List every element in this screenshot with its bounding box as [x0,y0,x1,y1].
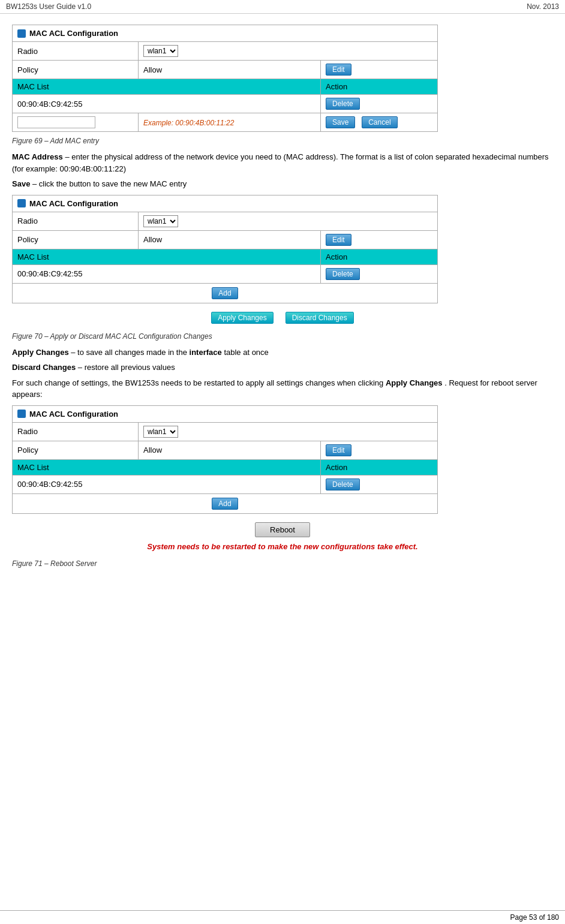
table3-mac-entry: 00:90:4B:C9:42:55 [13,475,321,493]
figure69-caption: Figure 69 – Add MAC entry [12,137,553,145]
table1-add-row: Example: 00:90:4B:00:11:22 Save Cancel [13,113,438,132]
table1-save-cancel-cell: Save Cancel [321,113,438,132]
table1-mac-list-header: MAC List [13,79,321,95]
table2-add-cell: Add [13,283,438,303]
mac-acl-table-1: MAC ACL Configuration Radio wlan1 Policy… [12,25,438,132]
table1-radio-label: Radio [13,42,139,61]
table1-policy-row: Policy Allow Edit [13,61,438,79]
para-discard-changes: Discard Changes – restore all previous v… [12,362,553,374]
para-mac-address: MAC Address – enter the physical address… [12,151,553,174]
save-bold: Save [12,179,30,188]
table2-title-icon [17,199,26,207]
para-discard-text: – restore all previous values [78,363,175,372]
para-save-text: – click the button to save the new MAC e… [32,179,187,188]
interface-bold: interface [190,348,222,357]
table3-radio-value-cell: wlan1 [139,422,438,441]
table2-edit-cell: Edit [321,230,438,249]
table3-action-header: Action [321,459,438,475]
table2-radio-select[interactable]: wlan1 [143,215,178,227]
table1-input-cell [13,113,139,132]
table1-edit-cell: Edit [321,61,438,79]
table3-policy-label: Policy [13,441,139,459]
table2-edit-button[interactable]: Edit [326,234,351,246]
table2-title-text: MAC ACL Configuration [29,199,118,208]
table3-policy-value: Allow [139,441,321,459]
table2-mac-entry-row: 00:90:4B:C9:42:55 Delete [13,264,438,283]
page-header: BW1253s User Guide v1.0 Nov. 2013 [0,0,565,14]
table1-policy-label: Policy [13,61,139,79]
table3-delete-cell: Delete [321,475,438,493]
table2-policy-value: Allow [139,230,321,249]
table2-action-header: Action [321,249,438,264]
reboot-button[interactable]: Reboot [255,522,310,537]
table2-delete-button[interactable]: Delete [326,268,360,280]
apply-discard-area: Apply Changes Discard Changes [12,312,553,324]
table1-delete-button[interactable]: Delete [326,98,360,110]
doc-date: Nov. 2013 [527,2,559,11]
table1-mac-input[interactable] [17,116,95,128]
table1-mac-entry-row: 00:90:4B:C9:42:55 Delete [13,95,438,113]
table3-policy-row: Policy Allow Edit [13,441,438,459]
table3-radio-row: Radio wlan1 [13,422,438,441]
table3-mac-entry-row: 00:90:4B:C9:42:55 Delete [13,475,438,493]
table3-title-row: MAC ACL Configuration [13,405,438,422]
reboot-area: Reboot System needs to be restarted to m… [12,522,553,551]
table2-add-button[interactable]: Add [212,287,238,299]
mac-acl-table-2: MAC ACL Configuration Radio wlan1 Policy… [12,195,438,303]
table2-title-row: MAC ACL Configuration [13,195,438,212]
mac-acl-table-3: MAC ACL Configuration Radio wlan1 Policy… [12,405,438,514]
page-footer: Page 53 of 180 [0,910,565,924]
table2-radio-value-cell: wlan1 [139,212,438,230]
apply-changes-bold: Apply Changes [12,348,69,357]
table3-title-cell: MAC ACL Configuration [13,405,438,422]
discard-changes-bold: Discard Changes [12,363,76,372]
table3-header-row: MAC List Action [13,459,438,475]
table3-title-icon [17,410,26,418]
doc-title: BW1253s User Guide v1.0 [6,2,91,11]
table2-policy-row: Policy Allow Edit [13,230,438,249]
figure71-caption: Figure 71 – Reboot Server [12,559,553,568]
table3-title-text: MAC ACL Configuration [29,410,118,419]
table1-title-cell: MAC ACL Configuration [13,25,438,42]
table3-add-row: Add [13,493,438,513]
table1-title-icon [17,29,26,38]
table3-mac-list-header: MAC List [13,459,321,475]
table3-add-button[interactable]: Add [212,498,238,510]
table2-radio-label: Radio [13,212,139,230]
table1-title-text: MAC ACL Configuration [29,29,118,38]
page-number: Page 53 of 180 [510,913,559,922]
table1-edit-button[interactable]: Edit [326,64,351,76]
para-save: Save – click the button to save the new … [12,178,553,190]
table1-radio-select[interactable]: wlan1 [143,45,178,57]
table1-title-row: MAC ACL Configuration [13,25,438,42]
table1-policy-value: Allow [139,61,321,79]
discard-changes-button[interactable]: Discard Changes [285,312,354,324]
para-apply-text2: table at once [224,348,268,357]
table1-example-cell: Example: 00:90:4B:00:11:22 [139,113,321,132]
table2-title-cell: MAC ACL Configuration [13,195,438,212]
table1-cancel-button[interactable]: Cancel [362,116,397,128]
table2-mac-list-header: MAC List [13,249,321,264]
table1-header-row: MAC List Action [13,79,438,95]
table2-policy-label: Policy [13,230,139,249]
table1-radio-value-cell: wlan1 [139,42,438,61]
table3-edit-cell: Edit [321,441,438,459]
table2-radio-row: Radio wlan1 [13,212,438,230]
table3-edit-button[interactable]: Edit [326,444,351,456]
para-reboot-text1: For such change of settings, the BW1253s… [12,378,386,387]
table3-radio-label: Radio [13,422,139,441]
para-reboot-desc: For such change of settings, the BW1253s… [12,377,553,401]
para-apply-text: – to save all changes made in the [71,348,189,357]
table2-add-row: Add [13,283,438,303]
figure70-caption: Figure 70 – Apply or Discard MAC ACL Con… [12,332,553,341]
para-apply-changes: Apply Changes – to save all changes made… [12,347,553,359]
table3-radio-select[interactable]: wlan1 [143,426,178,438]
apply-changes-bold2: Apply Changes [386,378,443,387]
table3-delete-button[interactable]: Delete [326,478,360,490]
table2-delete-cell: Delete [321,264,438,283]
table3-add-cell: Add [13,493,438,513]
table1-save-button[interactable]: Save [326,116,355,128]
apply-changes-button[interactable]: Apply Changes [211,312,273,324]
table2-mac-entry: 00:90:4B:C9:42:55 [13,264,321,283]
main-content: MAC ACL Configuration Radio wlan1 Policy… [0,14,565,580]
